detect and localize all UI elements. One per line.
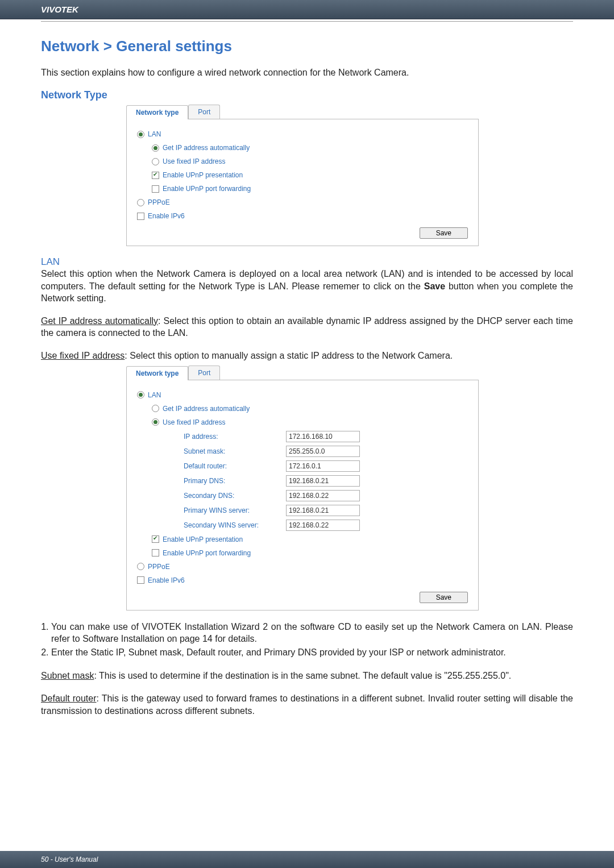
page-title: Network > General settings — [41, 38, 573, 55]
swins-lbl: Secondary WINS server: — [184, 521, 286, 529]
get-ip-underline: Get IP address automatically — [41, 316, 158, 326]
tab-network-type[interactable]: Network type — [126, 105, 188, 119]
router-desc: : This is the gateway used to forward fr… — [41, 693, 573, 716]
sdns-lbl: Secondary DNS: — [184, 492, 286, 500]
row-sdns: Secondary DNS: — [137, 488, 468, 503]
radio-fixed-ip[interactable] — [152, 158, 159, 165]
save-bold: Save — [424, 281, 445, 291]
panel1-body: LAN Get IP address automatically Use fix… — [126, 119, 479, 246]
panel-1-wrap: Network type Port LAN Get IP address aut… — [126, 105, 573, 246]
radio2-lan[interactable] — [137, 391, 144, 398]
brand-text: VIVOTEK — [41, 5, 78, 14]
step-1: You can make use of VIVOTEK Installation… — [51, 621, 573, 645]
router-label: Default router — [41, 693, 97, 703]
lan-label: LAN — [148, 130, 161, 138]
cb-ipv6[interactable] — [137, 213, 144, 220]
ipv6-label: Enable IPv6 — [148, 212, 185, 220]
footer-bar: 50 - User's Manual — [0, 851, 614, 868]
pdns-input[interactable] — [286, 475, 360, 487]
radio2-get-ip[interactable] — [152, 405, 159, 412]
radio-pppoe[interactable] — [137, 199, 144, 206]
row-mask: Subnet mask: — [137, 444, 468, 459]
upnp-port2-label: Enable UPnP port forwarding — [163, 549, 251, 557]
footer-text: 50 - User's Manual — [41, 855, 98, 863]
row-ip: IP address: — [137, 429, 468, 444]
row-router: Default router: — [137, 459, 468, 474]
radio2-pppoe[interactable] — [137, 563, 144, 570]
row-swins: Secondary WINS server: — [137, 518, 468, 533]
router-input[interactable] — [286, 460, 360, 472]
fixed-ip-desc: : Select this option to manually assign … — [125, 351, 453, 360]
ipv62-label: Enable IPv6 — [148, 576, 185, 584]
router-para: Default router: This is the gateway used… — [41, 692, 573, 717]
pwins-input[interactable] — [286, 505, 360, 516]
subnet-desc: : This is used to determine if the desti… — [94, 671, 511, 680]
lan2-label: LAN — [148, 391, 161, 399]
subnet-para: Subnet mask: This is used to determine i… — [41, 670, 573, 682]
sdns-input[interactable] — [286, 490, 360, 501]
get-ip-para: Get IP address automatically: Select thi… — [41, 315, 573, 339]
lan-heading: LAN — [41, 256, 573, 268]
cb-upnp-port[interactable] — [152, 185, 159, 193]
get-ip2-label: Get IP address automatically — [163, 405, 250, 413]
router-lbl: Default router: — [184, 462, 286, 470]
cb2-ipv6[interactable] — [137, 576, 144, 584]
pdns-lbl: Primary DNS: — [184, 477, 286, 485]
header-bar: VIVOTEK — [0, 0, 614, 19]
tab2-network-type[interactable]: Network type — [126, 366, 188, 380]
steps-block: You can make use of VIVOTEK Installation… — [41, 621, 573, 659]
intro-text: This section explains how to configure a… — [41, 68, 573, 78]
panel2-tabs: Network type Port — [126, 366, 573, 380]
cb2-upnp-pres[interactable] — [152, 535, 159, 543]
mask-input[interactable] — [286, 446, 360, 457]
tab-port[interactable]: Port — [188, 105, 220, 119]
panel2-body: LAN Get IP address automatically Use fix… — [126, 380, 479, 610]
lan-para: Select this option when the Network Came… — [41, 268, 573, 305]
subnet-label: Subnet mask — [41, 671, 94, 680]
network-type-heading: Network Type — [41, 89, 573, 101]
ip-input[interactable] — [286, 431, 360, 442]
row-pwins: Primary WINS server: — [137, 503, 468, 518]
get-ip-label: Get IP address automatically — [163, 144, 250, 152]
tab2-port[interactable]: Port — [188, 366, 220, 380]
save-button-2[interactable]: Save — [420, 592, 468, 603]
pwins-lbl: Primary WINS server: — [184, 506, 286, 514]
cb-upnp-pres[interactable] — [152, 172, 159, 179]
radio2-fixed-ip[interactable] — [152, 418, 159, 426]
fixed-ip-para: Use fixed IP address: Select this option… — [41, 350, 573, 362]
upnp-pres-label: Enable UPnP presentation — [163, 171, 243, 179]
swins-input[interactable] — [286, 520, 360, 531]
fixed-ip-label: Use fixed IP address — [163, 157, 226, 165]
page-content: Network > General settings This section … — [0, 22, 614, 717]
fixed-ip-underline: Use fixed IP address — [41, 351, 125, 360]
pppoe-label: PPPoE — [148, 198, 170, 206]
radio-get-ip[interactable] — [152, 144, 159, 152]
pppoe2-label: PPPoE — [148, 563, 170, 571]
panel1-tabs: Network type Port — [126, 105, 573, 119]
upnp-port-label: Enable UPnP port forwarding — [163, 185, 251, 193]
panel-2-wrap: Network type Port LAN Get IP address aut… — [126, 366, 573, 610]
cb2-upnp-port[interactable] — [152, 549, 159, 556]
ip-lbl: IP address: — [184, 433, 286, 441]
row-pdns: Primary DNS: — [137, 474, 468, 488]
radio-lan[interactable] — [137, 131, 144, 138]
save-button[interactable]: Save — [420, 227, 468, 239]
fixed-ip2-label: Use fixed IP address — [163, 418, 226, 426]
upnp-pres2-label: Enable UPnP presentation — [163, 535, 243, 543]
step-2: Enter the Static IP, Subnet mask, Defaul… — [51, 646, 573, 659]
mask-lbl: Subnet mask: — [184, 447, 286, 455]
